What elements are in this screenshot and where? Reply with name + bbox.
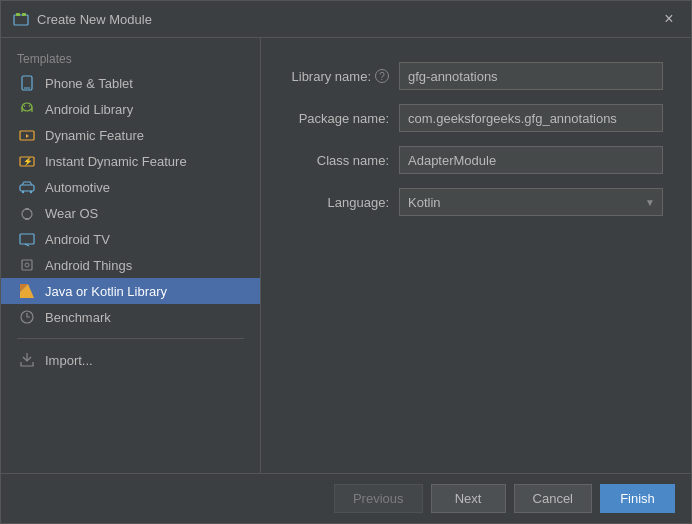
sidebar: Templates Phone & Tablet Android Library… [1, 38, 261, 473]
sidebar-item-phone-tablet[interactable]: Phone & Tablet [1, 70, 260, 96]
instant-dynamic-icon: ⚡ [17, 153, 37, 169]
svg-rect-22 [22, 260, 32, 270]
footer: Previous Next Cancel Finish [1, 473, 691, 523]
sidebar-item-label: Android Library [45, 102, 133, 117]
package-name-label: Package name: [289, 111, 399, 126]
language-select[interactable]: Kotlin Java [399, 188, 663, 216]
previous-button[interactable]: Previous [334, 484, 423, 513]
android-things-icon [17, 257, 37, 273]
class-name-input[interactable] [399, 146, 663, 174]
sidebar-item-label: Phone & Tablet [45, 76, 133, 91]
sidebar-item-dynamic-feature[interactable]: Dynamic Feature [1, 122, 260, 148]
sidebar-item-instant-dynamic[interactable]: ⚡ Instant Dynamic Feature [1, 148, 260, 174]
title-bar: Create New Module × [1, 1, 691, 38]
sidebar-item-label: Dynamic Feature [45, 128, 144, 143]
sidebar-item-label: Benchmark [45, 310, 111, 325]
wear-os-icon [17, 205, 37, 221]
svg-point-5 [22, 103, 32, 111]
finish-button[interactable]: Finish [600, 484, 675, 513]
sidebar-item-wear-os[interactable]: Wear OS [1, 200, 260, 226]
svg-rect-0 [14, 15, 28, 25]
kotlin-icon [17, 283, 37, 299]
svg-marker-11 [26, 134, 29, 138]
sidebar-item-label: Android Things [45, 258, 132, 273]
svg-point-17 [22, 209, 32, 219]
library-name-label: Library name: ? [289, 69, 399, 84]
import-icon [17, 352, 37, 368]
sidebar-item-automotive[interactable]: Automotive [1, 174, 260, 200]
close-button[interactable]: × [659, 9, 679, 29]
svg-rect-20 [20, 234, 34, 244]
android-tv-icon [17, 231, 37, 247]
next-button[interactable]: Next [431, 484, 506, 513]
phone-tablet-icon [17, 75, 37, 91]
svg-point-15 [22, 191, 24, 193]
main-content: Templates Phone & Tablet Android Library… [1, 38, 691, 473]
right-panel: Library name: ? Package name: Class name… [261, 38, 691, 473]
svg-point-16 [30, 191, 32, 193]
sidebar-item-label: Android TV [45, 232, 110, 247]
sidebar-item-android-things[interactable]: Android Things [1, 252, 260, 278]
import-label: Import... [45, 353, 93, 368]
sidebar-item-label: Wear OS [45, 206, 98, 221]
sidebar-section-label: Templates [1, 46, 260, 70]
package-name-row: Package name: [289, 104, 663, 132]
benchmark-icon [17, 309, 37, 325]
svg-point-8 [24, 105, 26, 107]
svg-point-9 [29, 105, 31, 107]
package-name-input[interactable] [399, 104, 663, 132]
cancel-button[interactable]: Cancel [514, 484, 592, 513]
sidebar-item-benchmark[interactable]: Benchmark [1, 304, 260, 330]
sidebar-item-label: Java or Kotlin Library [45, 284, 167, 299]
language-label: Language: [289, 195, 399, 210]
svg-rect-18 [25, 208, 29, 210]
sidebar-divider [17, 338, 244, 339]
class-name-row: Class name: [289, 146, 663, 174]
library-name-row: Library name: ? [289, 62, 663, 90]
android-library-icon [17, 101, 37, 117]
library-name-input[interactable] [399, 62, 663, 90]
dialog-title: Create New Module [37, 12, 659, 27]
svg-rect-19 [25, 218, 29, 220]
dynamic-feature-icon [17, 127, 37, 143]
library-name-help-icon[interactable]: ? [375, 69, 389, 83]
dialog-icon [13, 11, 29, 27]
svg-rect-14 [20, 185, 34, 191]
svg-rect-2 [22, 13, 26, 16]
sidebar-item-android-library[interactable]: Android Library [1, 96, 260, 122]
sidebar-item-android-tv[interactable]: Android TV [1, 226, 260, 252]
language-select-wrapper: Kotlin Java ▼ [399, 188, 663, 216]
svg-point-23 [25, 263, 29, 267]
sidebar-item-java-kotlin[interactable]: Java or Kotlin Library [1, 278, 260, 304]
create-new-module-dialog: Create New Module × Templates Phone & Ta… [0, 0, 692, 524]
class-name-label: Class name: [289, 153, 399, 168]
svg-rect-1 [16, 13, 20, 16]
sidebar-import[interactable]: Import... [1, 347, 260, 373]
language-row: Language: Kotlin Java ▼ [289, 188, 663, 216]
automotive-icon [17, 179, 37, 195]
sidebar-item-label: Instant Dynamic Feature [45, 154, 187, 169]
sidebar-item-label: Automotive [45, 180, 110, 195]
svg-text:⚡: ⚡ [23, 156, 33, 166]
